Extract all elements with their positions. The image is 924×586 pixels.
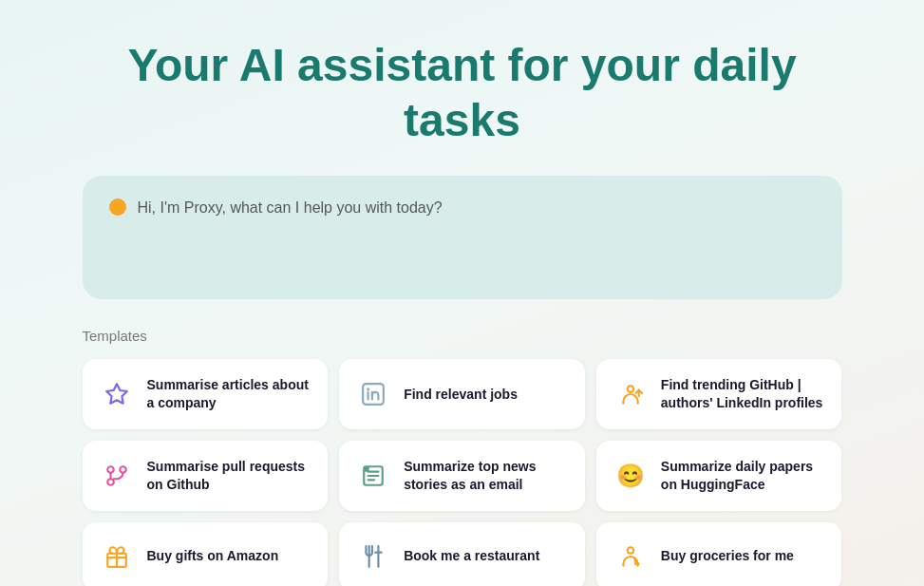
template-find-github[interactable]: Find trending GitHub | authors' LinkedIn… <box>596 359 842 429</box>
template-book-restaurant-label: Book me a restaurant <box>404 547 539 565</box>
template-find-jobs-label: Find relevant jobs <box>404 386 518 404</box>
template-find-github-label: Find trending GitHub | authors' LinkedIn… <box>661 376 825 412</box>
template-summarise-prs-label: Summarise pull requests on Github <box>147 458 311 494</box>
page-title: Your AI assistant for your daily tasks <box>83 38 842 147</box>
git-icon <box>100 459 134 493</box>
template-buy-groceries-label: Buy groceries for me <box>661 547 794 565</box>
chat-input-area[interactable]: Hi, I'm Proxy, what can I help you with … <box>83 176 842 299</box>
template-summarise-articles[interactable]: Summarise articles about a company <box>83 359 329 429</box>
template-summarise-prs[interactable]: Summarise pull requests on Github <box>83 441 329 511</box>
templates-grid: Summarise articles about a company Find … <box>83 359 842 586</box>
person-trending-icon <box>613 377 648 411</box>
chat-placeholder-text: Hi, I'm Proxy, what can I help you with … <box>138 197 443 219</box>
svg-marker-0 <box>106 384 127 404</box>
proxy-avatar <box>109 198 126 216</box>
main-container: Your AI assistant for your daily tasks H… <box>35 0 890 586</box>
person-shop-icon <box>613 539 648 574</box>
svg-point-5 <box>628 386 634 392</box>
svg-point-20 <box>628 547 634 554</box>
svg-rect-15 <box>364 466 368 471</box>
template-daily-papers-label: Summarize daily papers on HuggingFace <box>661 458 825 494</box>
template-summarise-articles-label: Summarise articles about a company <box>147 376 311 412</box>
template-buy-groceries[interactable]: Buy groceries for me <box>596 522 842 586</box>
template-summarize-news-label: Summarize top news stories as an email <box>404 458 568 494</box>
restaurant-icon <box>356 539 390 574</box>
newspaper-icon <box>356 459 390 493</box>
linkedin-icon <box>356 377 390 411</box>
star-icon <box>100 377 134 411</box>
template-daily-papers[interactable]: 😊 Summarize daily papers on HuggingFace <box>596 441 842 511</box>
huggingface-icon: 😊 <box>613 459 648 493</box>
template-buy-gifts[interactable]: Buy gifts on Amazon <box>83 522 329 586</box>
template-find-jobs[interactable]: Find relevant jobs <box>339 359 585 429</box>
template-summarize-news[interactable]: Summarize top news stories as an email <box>339 441 585 511</box>
template-book-restaurant[interactable]: Book me a restaurant <box>339 522 585 586</box>
templates-label: Templates <box>83 328 842 344</box>
gift-icon <box>100 539 134 574</box>
template-buy-gifts-label: Buy gifts on Amazon <box>147 547 279 565</box>
